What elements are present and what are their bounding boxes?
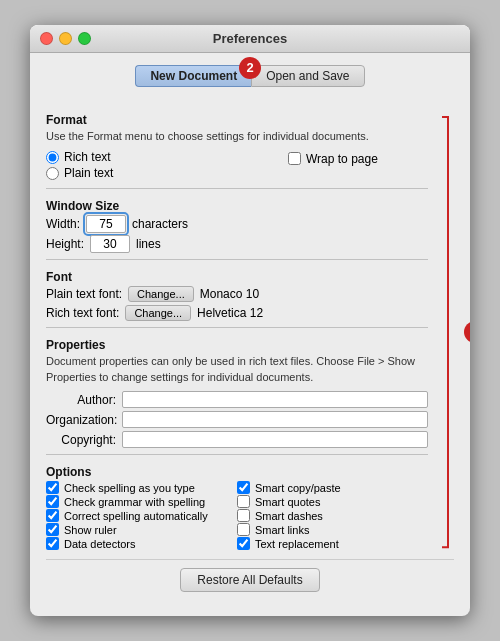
format-left-col: Rich text Plain text <box>46 150 288 182</box>
smart-links-checkbox[interactable] <box>237 523 250 536</box>
main-area: Format Use the Format menu to choose set… <box>46 113 454 551</box>
content-area: 2 New Document Open and Save Format Use … <box>30 53 470 616</box>
text-replacement-checkbox[interactable] <box>237 537 250 550</box>
copyright-label: Copyright: <box>46 433 116 447</box>
footer: Restore All Defaults <box>46 559 454 602</box>
radio-plain-label: Plain text <box>64 166 113 180</box>
tab-bar-container: 2 New Document Open and Save <box>46 65 454 99</box>
format-desc: Use the Format menu to choose settings f… <box>46 129 428 144</box>
window-controls <box>40 32 91 45</box>
author-label: Author: <box>46 393 116 407</box>
option-smart-dashes: Smart dashes <box>237 509 428 522</box>
option-text-replacement: Text replacement <box>237 537 428 550</box>
maximize-button[interactable] <box>78 32 91 45</box>
radio-rich-input[interactable] <box>46 151 59 164</box>
option-smart-links: Smart links <box>237 523 428 536</box>
data-detectors-checkbox[interactable] <box>46 537 59 550</box>
option-correct-spelling: Correct spelling automatically <box>46 509 237 522</box>
format-header: Format <box>46 113 428 127</box>
window-title: Preferences <box>213 31 287 46</box>
width-row: Width: characters <box>46 215 428 233</box>
section-badge: 3 <box>464 321 470 343</box>
smart-dashes-label: Smart dashes <box>255 510 323 522</box>
option-check-spelling: Check spelling as you type <box>46 481 237 494</box>
width-input[interactable] <box>86 215 126 233</box>
rich-font-change-button[interactable]: Change... <box>125 305 191 321</box>
wrap-to-page-label: Wrap to page <box>306 152 378 166</box>
minimize-button[interactable] <box>59 32 72 45</box>
height-unit: lines <box>136 237 161 251</box>
width-label: Width: <box>46 217 80 231</box>
show-ruler-label: Show ruler <box>64 524 117 536</box>
format-right-col: Wrap to page <box>288 150 428 182</box>
radio-plain-input[interactable] <box>46 167 59 180</box>
show-ruler-checkbox[interactable] <box>46 523 59 536</box>
options-left-col: Check spelling as you type Check grammar… <box>46 481 237 551</box>
radio-rich-text: Rich text <box>46 150 288 164</box>
copyright-input[interactable] <box>122 431 428 448</box>
organization-row: Organization: <box>46 411 428 428</box>
tab-new-document[interactable]: New Document <box>135 65 251 87</box>
bracket-svg <box>434 113 454 551</box>
option-smart-quotes: Smart quotes <box>237 495 428 508</box>
radio-rich-label: Rich text <box>64 150 111 164</box>
wrap-to-page-checkbox[interactable] <box>288 152 301 165</box>
plain-font-value: Monaco 10 <box>200 287 259 301</box>
smart-quotes-checkbox[interactable] <box>237 495 250 508</box>
check-grammar-label: Check grammar with spelling <box>64 496 205 508</box>
rich-font-value: Helvetica 12 <box>197 306 263 320</box>
smart-dashes-checkbox[interactable] <box>237 509 250 522</box>
author-input[interactable] <box>122 391 428 408</box>
options-row: Check spelling as you type Check grammar… <box>46 481 428 551</box>
plain-font-change-button[interactable]: Change... <box>128 286 194 302</box>
smart-links-label: Smart links <box>255 524 309 536</box>
properties-header: Properties <box>46 338 428 352</box>
text-replacement-label: Text replacement <box>255 538 339 550</box>
smart-quotes-label: Smart quotes <box>255 496 320 508</box>
correct-spelling-label: Correct spelling automatically <box>64 510 208 522</box>
organization-input[interactable] <box>122 411 428 428</box>
format-options-row: Rich text Plain text Wrap to page <box>46 150 428 182</box>
form-area: Format Use the Format menu to choose set… <box>46 113 428 551</box>
plain-font-row: Plain text font: Change... Monaco 10 <box>46 286 428 302</box>
rich-font-label: Rich text font: <box>46 306 119 320</box>
smart-copy-label: Smart copy/paste <box>255 482 341 494</box>
plain-font-label: Plain text font: <box>46 287 122 301</box>
option-smart-copy: Smart copy/paste <box>237 481 428 494</box>
option-check-grammar: Check grammar with spelling <box>46 495 237 508</box>
data-detectors-label: Data detectors <box>64 538 136 550</box>
tab-open-save[interactable]: Open and Save <box>251 65 364 87</box>
width-unit: characters <box>132 217 188 231</box>
author-row: Author: <box>46 391 428 408</box>
properties-desc: Document properties can only be used in … <box>46 354 428 385</box>
check-grammar-checkbox[interactable] <box>46 495 59 508</box>
tab-badge: 2 <box>239 57 261 79</box>
font-header: Font <box>46 270 428 284</box>
window-size-header: Window Size <box>46 199 428 213</box>
title-bar: Preferences <box>30 25 470 53</box>
check-spelling-checkbox[interactable] <box>46 481 59 494</box>
smart-copy-checkbox[interactable] <box>237 481 250 494</box>
radio-plain-text: Plain text <box>46 166 288 180</box>
option-data-detectors: Data detectors <box>46 537 237 550</box>
copyright-row: Copyright: <box>46 431 428 448</box>
correct-spelling-checkbox[interactable] <box>46 509 59 522</box>
height-label: Height: <box>46 237 84 251</box>
close-button[interactable] <box>40 32 53 45</box>
options-right-col: Smart copy/paste Smart quotes Smart dash… <box>237 481 428 551</box>
preferences-window: Preferences 2 New Document Open and Save… <box>30 25 470 616</box>
organization-label: Organization: <box>46 413 116 427</box>
option-show-ruler: Show ruler <box>46 523 237 536</box>
bracket-area: 3 <box>434 113 454 551</box>
options-header: Options <box>46 465 428 479</box>
height-input[interactable] <box>90 235 130 253</box>
rich-font-row: Rich text font: Change... Helvetica 12 <box>46 305 428 321</box>
check-spelling-label: Check spelling as you type <box>64 482 195 494</box>
restore-defaults-button[interactable]: Restore All Defaults <box>180 568 319 592</box>
height-row: Height: lines <box>46 235 428 253</box>
